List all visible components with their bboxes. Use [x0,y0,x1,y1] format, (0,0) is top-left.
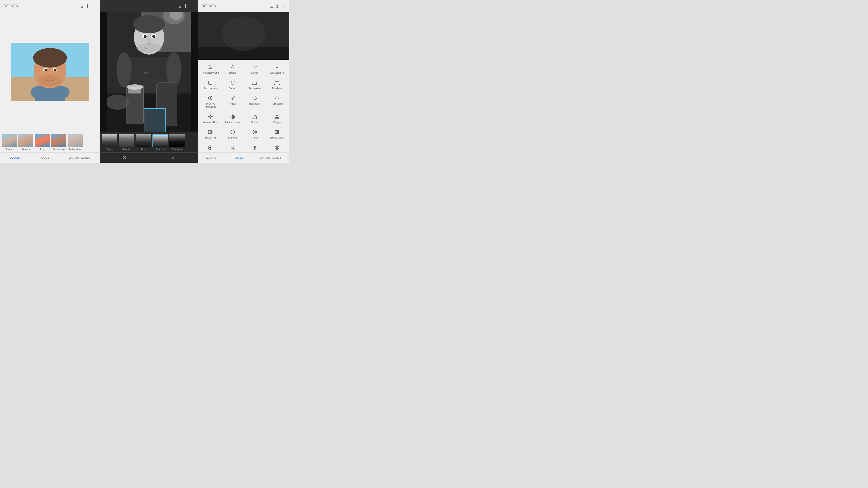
tool-portrat[interactable]: Porträt [222,142,243,152]
svg-point-43 [211,67,211,67]
image-area-left [0,12,100,132]
tool-feinabstimmung[interactable]: Feinabstimmung [200,61,221,76]
nav-export-left[interactable]: EXPORTIEREN [65,154,94,161]
info-icon[interactable]: ℹ [87,3,89,9]
svg-rect-77 [275,130,277,133]
details-icon [229,64,236,70]
drama-icon [252,113,258,120]
tool-pinsel[interactable]: Pinsel [222,92,243,110]
svg-rect-78 [277,130,279,133]
tool-schwarz-weiss[interactable]: Schwarz-Weiß [267,126,288,141]
nav-looks-right[interactable]: LOOKS [203,154,220,161]
layers-icon-middle[interactable]: ⟁ [179,4,181,9]
filter-label-smooth: Smooth [22,148,30,151]
tool-weissabgleich[interactable]: WB Weißabgleich [267,61,288,76]
svg-line-52 [279,81,280,82]
svg-rect-69 [210,131,211,133]
layers-icon-right[interactable]: ⟁ [270,4,273,9]
filter-label-accentuate: Accentuate [53,148,65,151]
zuschneiden-icon [207,79,213,86]
nav-tools-right[interactable]: TOOLS [229,154,246,161]
more-icon[interactable]: ⋮ [92,3,96,9]
tool-label-pinsel: Pinsel [229,102,236,105]
nav-looks-left[interactable]: LOOKS [6,154,23,161]
tool-korniger-film[interactable]: Körniger Film [200,126,221,141]
filter-silhouette[interactable]: Silhouette [169,134,185,151]
svg-rect-68 [209,131,210,132]
tool-perspektive[interactable]: Perspektive [244,77,266,92]
svg-point-22 [166,53,182,87]
more-icon-right[interactable]: ⋮ [282,3,286,9]
info-icon-right[interactable]: ℹ [276,3,278,9]
filter-structure[interactable]: Structure [152,134,168,151]
filter-thumbnails-left: Portrait Smooth Pop Accentuate Faded Glo… [2,134,98,152]
svg-point-38 [222,17,265,51]
bottom-nav-right: LOOKS TOOLS EXPORTIEREN [198,152,289,163]
image-area-middle: BOVA [100,12,198,132]
title-left: ÖFFNEN [3,4,19,8]
filter-thumb-img-silhouette [169,134,185,147]
filter-faded-glow[interactable]: Faded Glow [68,134,83,151]
tool-label-reparieren: Reparieren [249,102,260,105]
portrait-svg [11,43,89,101]
filter-bright[interactable]: Bright [102,134,117,151]
layers-icon[interactable]: ⟁ [81,4,83,9]
tool-zuschneiden[interactable]: Zuschneiden [200,77,221,92]
svg-point-11 [38,75,62,86]
filter-strip-middle: Bright Fine Art Push Structure Silhouett… [100,132,198,152]
tool-hdr-scape[interactable]: HDR Scape [267,92,288,110]
svg-point-5 [31,86,48,99]
filter-label-faded-glow: Faded Glow [69,148,82,151]
grunge-icon [252,129,258,135]
top-bar-icons-right: ⟁ ℹ ⋮ [270,3,286,9]
svg-point-25 [144,35,147,38]
tool-reparieren[interactable]: Reparieren [244,92,266,110]
info-icon-middle[interactable]: ℹ [185,3,186,9]
svg-rect-71 [209,132,210,133]
tool-retrolux[interactable]: Retrolux [222,126,243,141]
tool-label-retrolux: Retrolux [228,136,237,139]
filter-thumb-img-portrait [2,134,17,147]
filter-label-silhouette: Silhouette [172,148,183,151]
filter-fineart[interactable]: Fine Art [119,134,134,151]
tool-kurven[interactable]: Kurven [244,61,266,76]
tool-kopfposition[interactable]: Kopfposition [244,142,266,152]
tool-label-farbtonkontrast: Farbtonkontrast [224,121,241,124]
svg-text:WB: WB [276,66,279,68]
tool-noir[interactable]: Noir [200,142,221,152]
selektive-anpassung-icon [207,95,213,101]
cancel-action[interactable]: ✕ [123,155,126,161]
nav-export-right[interactable]: EXPORTIEREN [256,154,284,161]
filter-smooth[interactable]: Smooth [18,134,33,151]
tool-selektive-anpassung[interactable]: Selektive Anpassung [200,92,221,110]
perspektive-icon [252,79,258,86]
filter-portrait[interactable]: Portrait [2,134,17,151]
filter-accentuate[interactable]: Accentuate [51,134,66,151]
svg-marker-45 [231,65,234,69]
svg-rect-72 [211,132,212,133]
more-icon-middle[interactable]: ⋮ [190,3,194,9]
tool-drehen[interactable]: Drehen [222,77,243,92]
tool-vintage[interactable]: Vintage [267,111,288,126]
filter-pop[interactable]: Pop [35,134,50,151]
filter-thumb-img-accentuate [51,134,66,147]
tool-drama[interactable]: Drama [244,111,266,126]
tool-details[interactable]: Details [222,61,243,76]
tools-grid: Feinabstimmung Details Kurven WB [198,60,289,152]
svg-marker-62 [275,96,279,100]
confirm-action[interactable]: ✓ [171,155,175,161]
tool-farbtonkontrast[interactable]: Farbtonkontrast [222,111,243,126]
tool-glamour-glow[interactable]: Glamour Glow [200,111,221,126]
filter-thumbnails-middle: Bright Fine Art Push Structure Silhouett… [102,134,196,152]
tool-erweitern[interactable]: Erweitern [267,77,288,92]
tool-fokuseffekt[interactable]: Fokuseffekt [267,142,288,152]
weissabgleich-icon: WB [274,64,280,70]
tool-grunge[interactable]: Grunge [244,126,266,141]
nav-tools-left[interactable]: TOOLS [36,154,53,161]
tool-label-grunge: Grunge [251,136,258,139]
svg-point-27 [136,43,161,53]
right-dark-svg [198,12,289,60]
retrolux-icon [229,129,236,135]
filter-push[interactable]: Push [135,134,151,151]
panel-left: ÖFFNEN ⟁ ℹ ⋮ [0,0,100,163]
